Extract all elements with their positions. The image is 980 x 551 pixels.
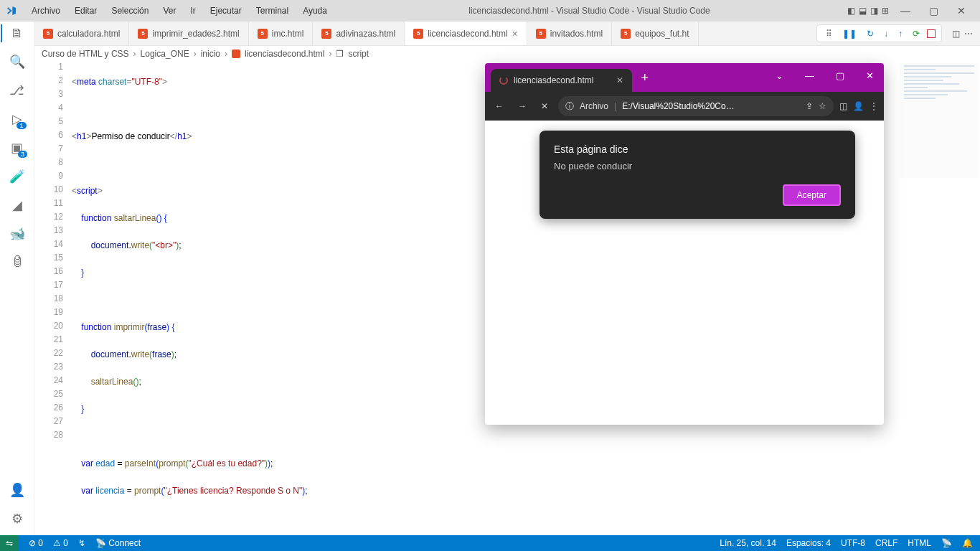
stop-reload-button[interactable]: ✕: [537, 98, 552, 114]
tab-invitados[interactable]: 5invitados.html: [527, 22, 612, 45]
activity-bar: 🗎 🔍 ⎇ ▷1 ▣3 🧪 ◢ 🐋 🛢 👤 ⚙: [0, 22, 34, 535]
tab-label: imprimir_edades2.html: [152, 29, 239, 39]
url-text: E:/Visual%20Studio%20Co…: [622, 101, 735, 111]
tab-imprimir-edades[interactable]: 5imprimir_edades2.html: [129, 22, 248, 45]
search-icon[interactable]: 🔍: [9, 54, 25, 70]
chevron-right-icon: ›: [194, 49, 197, 59]
browser-tab[interactable]: licenciasdecond.html ✕: [491, 69, 632, 92]
cursor-position[interactable]: Lín. 25, col. 14: [720, 538, 776, 548]
tab-equipos-fut[interactable]: 5equipos_fut.ht: [612, 22, 698, 45]
html-file-icon: 5: [413, 29, 423, 39]
main-menu: Archivo Editar Selección Ver Ir Ejecutar…: [26, 3, 333, 19]
back-button[interactable]: ←: [491, 98, 508, 114]
tab-label: invitados.html: [550, 29, 603, 39]
eol[interactable]: CRLF: [875, 538, 897, 548]
html-file-icon: 5: [321, 29, 331, 39]
step-over-icon[interactable]: ↻: [864, 27, 877, 40]
symbol-icon: ❐: [336, 49, 344, 59]
notifications-bell-icon[interactable]: 🔔: [962, 538, 973, 548]
address-bar[interactable]: ⓘ Archivo | E:/Visual%20Studio%20Co… ⇪ ☆: [558, 96, 834, 116]
tab-licenciasdecond[interactable]: 5licenciasdecond.html×: [405, 22, 527, 45]
info-icon[interactable]: ⓘ: [565, 100, 574, 113]
split-editor-icon[interactable]: ◫: [952, 29, 960, 39]
azure-icon[interactable]: ◢: [12, 197, 22, 213]
port-forward-icon[interactable]: ↯: [78, 538, 85, 548]
step-out-icon[interactable]: ↑: [895, 27, 905, 40]
profile-icon[interactable]: 👤: [853, 101, 864, 111]
errors-count[interactable]: ⊘ 0: [29, 538, 43, 548]
sidepanel-icon[interactable]: ◫: [839, 101, 847, 111]
source-control-icon[interactable]: ⎇: [9, 83, 24, 98]
minimap[interactable]: [900, 63, 979, 178]
menu-ayuda[interactable]: Ayuda: [297, 3, 333, 19]
ext-badge: 3: [18, 151, 27, 158]
layout-panel-left-icon[interactable]: ◧: [846, 6, 856, 16]
window-title: licenciasdecond.html - Visual Studio Cod…: [333, 6, 846, 16]
extensions-icon[interactable]: ▣3: [11, 140, 23, 156]
step-into-icon[interactable]: ↓: [881, 27, 891, 40]
tab-adivinazas[interactable]: 5adivinazas.html: [313, 22, 405, 45]
breadcrumb-item[interactable]: licenciasdecond.html: [245, 49, 324, 59]
docker-icon[interactable]: 🐋: [9, 226, 25, 242]
accounts-icon[interactable]: 👤: [9, 482, 25, 498]
language-mode[interactable]: HTML: [908, 538, 931, 548]
forward-button[interactable]: →: [514, 98, 531, 114]
restart-icon[interactable]: ⟳: [910, 27, 923, 40]
tab-close-icon[interactable]: ✕: [616, 75, 623, 85]
go-live-icon[interactable]: 📡: [941, 538, 952, 548]
menu-ir[interactable]: Ir: [184, 3, 201, 19]
close-button[interactable]: ✕: [948, 2, 974, 19]
layout-customize-icon[interactable]: ⊞: [880, 6, 890, 16]
chevron-right-icon: ›: [133, 49, 136, 59]
menu-seleccion[interactable]: Selección: [105, 3, 154, 19]
testing-icon[interactable]: 🧪: [9, 169, 25, 184]
run-debug-icon[interactable]: ▷1: [12, 111, 22, 127]
more-actions-icon[interactable]: ⋯: [964, 29, 973, 39]
accept-button[interactable]: Aceptar: [783, 184, 841, 206]
breadcrumb-item[interactable]: Logica_ONE: [141, 49, 189, 59]
new-tab-button[interactable]: +: [632, 66, 657, 90]
kebab-menu-icon[interactable]: ⋮: [870, 101, 878, 111]
remote-indicator[interactable]: ⇋: [0, 535, 19, 551]
settings-gear-icon[interactable]: ⚙: [11, 511, 23, 527]
menu-ejecutar[interactable]: Ejecutar: [204, 3, 248, 19]
editor-tabs: 5calculadora.html 5imprimir_edades2.html…: [0, 22, 980, 46]
browser-window-controls: ⌄ ― ▢ ✕: [765, 63, 884, 85]
menu-editar[interactable]: Editar: [69, 3, 103, 19]
warnings-count[interactable]: ⚠ 0: [53, 538, 68, 548]
bookmark-star-icon[interactable]: ☆: [819, 101, 826, 111]
alert-dialog: Esta página dice No puede conducir Acept…: [540, 131, 855, 219]
minimize-button[interactable]: ―: [892, 2, 919, 19]
database-icon[interactable]: 🛢: [11, 255, 24, 270]
line-gutter: 1234567891011121314151617181920212223242…: [34, 62, 72, 535]
tab-close-icon[interactable]: ×: [512, 28, 518, 39]
explorer-icon[interactable]: 🗎: [11, 26, 24, 41]
menu-archivo[interactable]: Archivo: [26, 3, 66, 19]
connect-indicator[interactable]: 📡 Connect: [95, 538, 141, 548]
layout-panel-right-icon[interactable]: ◨: [869, 6, 879, 16]
encoding[interactable]: UTF-8: [841, 538, 865, 548]
pause-icon[interactable]: ❚❚: [839, 27, 859, 40]
share-icon[interactable]: ⇪: [806, 101, 813, 111]
layout-controls: ◧ ⬓ ◨ ⊞ ― ▢ ✕: [846, 2, 974, 19]
tab-calculadora[interactable]: 5calculadora.html: [34, 22, 129, 45]
layout-panel-bottom-icon[interactable]: ⬓: [857, 6, 867, 16]
menu-terminal[interactable]: Terminal: [250, 3, 294, 19]
close-button[interactable]: ✕: [856, 66, 884, 85]
indentation[interactable]: Espacios: 4: [786, 538, 831, 548]
tab-label: adivinazas.html: [336, 29, 395, 39]
addr-label: Archivo: [580, 101, 608, 111]
menu-ver[interactable]: Ver: [157, 3, 182, 19]
stop-icon[interactable]: [927, 29, 936, 38]
breadcrumb-item[interactable]: inicio: [201, 49, 220, 59]
tab-label: imc.html: [272, 29, 304, 39]
breadcrumb-item[interactable]: script: [348, 49, 369, 59]
breadcrumb-item[interactable]: Curso de HTML y CSS: [42, 49, 129, 59]
minimize-button[interactable]: ―: [795, 66, 824, 85]
maximize-button[interactable]: ▢: [920, 2, 947, 19]
tab-imc[interactable]: 5imc.html: [249, 22, 314, 45]
drag-handle-icon[interactable]: ⠿: [823, 27, 835, 40]
chevron-down-icon[interactable]: ⌄: [765, 66, 793, 85]
maximize-button[interactable]: ▢: [826, 66, 854, 85]
breadcrumb[interactable]: Curso de HTML y CSS› Logica_ONE› inicio›…: [0, 46, 980, 62]
